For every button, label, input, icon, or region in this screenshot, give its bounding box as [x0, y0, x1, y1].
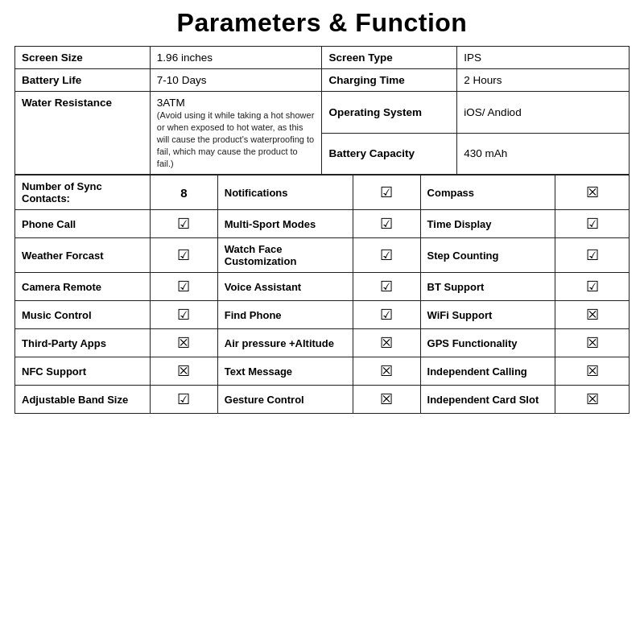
spec-row-battery: Battery Life 7-10 Days Charging Time 2 H…	[15, 69, 630, 92]
charging-time-label: Charging Time	[322, 69, 457, 92]
feature-col3-label: GPS Functionality	[420, 329, 555, 357]
feature-col3-check: ☒	[555, 357, 630, 386]
feature-row: Music Control☑Find Phone☑WiFi Support☒	[15, 301, 630, 329]
feature-col1-check: ☑	[150, 210, 217, 238]
feature-col1-label: Adjustable Band Size	[15, 386, 151, 414]
feature-col3-label: Time Display	[420, 210, 555, 238]
feature-col3-check: ☒	[555, 175, 630, 210]
feature-col1-check: ☑	[150, 386, 217, 414]
screen-size-value: 1.96 inches	[150, 47, 322, 69]
charging-time-value: 2 Hours	[457, 69, 630, 92]
feature-col3-check: ☑	[555, 273, 630, 301]
feature-col3-label: Independent Calling	[420, 357, 555, 386]
battery-life-label: Battery Life	[15, 69, 151, 92]
feature-col2-label: Multi-Sport Modes	[217, 210, 353, 238]
page-title: Parameters & Function	[14, 8, 630, 38]
feature-row: Third-Party Apps☒Air pressure +Altitude☒…	[15, 329, 630, 357]
feature-col2-check: ☒	[353, 357, 420, 386]
feature-col3-label: BT Support	[420, 273, 555, 301]
feature-col2-label: Find Phone	[217, 301, 353, 329]
os-value: iOS/ Andiod	[457, 92, 630, 134]
feature-col2-label: Notifications	[217, 175, 353, 210]
feature-col1-label: Third-Party Apps	[15, 329, 151, 357]
battery-capacity-label: Battery Capacity	[322, 133, 457, 175]
os-label: Operating System	[322, 92, 457, 134]
feature-col1-label: NFC Support	[15, 357, 151, 386]
feature-col2-check: ☑	[353, 175, 420, 210]
screen-type-label: Screen Type	[322, 47, 457, 69]
feature-row: Number of Sync Contacts:8Notifications☑C…	[15, 175, 630, 210]
features-table: Number of Sync Contacts:8Notifications☑C…	[14, 175, 630, 414]
feature-col3-check: ☒	[555, 386, 630, 414]
specs-table: Screen Size 1.96 inches Screen Type IPS …	[14, 46, 630, 175]
battery-life-value: 7-10 Days	[150, 69, 322, 92]
feature-row: Weather Forcast☑Watch Face Customization…	[15, 238, 630, 273]
feature-col1-check: ☒	[150, 357, 217, 386]
page: Parameters & Function Screen Size 1.96 i…	[0, 0, 644, 644]
feature-col2-check: ☑	[353, 210, 420, 238]
spec-row-water: Water Resistance 3ATM (Avoid using it wh…	[15, 92, 630, 134]
water-resistance-label: Water Resistance	[15, 92, 151, 175]
feature-col3-check: ☑	[555, 238, 630, 273]
feature-row: NFC Support☒Text Message☒Independent Cal…	[15, 357, 630, 386]
screen-size-label: Screen Size	[15, 47, 151, 69]
feature-col1-label: Camera Remote	[15, 273, 151, 301]
feature-col3-label: Independent Card Slot	[420, 386, 555, 414]
spec-row-screen: Screen Size 1.96 inches Screen Type IPS	[15, 47, 630, 69]
feature-col2-label: Text Message	[217, 357, 353, 386]
feature-row: Phone Call☑Multi-Sport Modes☑Time Displa…	[15, 210, 630, 238]
feature-col2-check: ☑	[353, 273, 420, 301]
feature-col3-check: ☒	[555, 329, 630, 357]
feature-col2-check: ☑	[353, 301, 420, 329]
feature-col1-check: 8	[150, 175, 217, 210]
feature-col1-check: ☑	[150, 273, 217, 301]
feature-col1-check: ☑	[150, 301, 217, 329]
water-resistance-value: 3ATM (Avoid using it while taking a hot …	[150, 92, 322, 175]
feature-col1-check: ☒	[150, 329, 217, 357]
feature-col2-check: ☒	[353, 386, 420, 414]
feature-row: Adjustable Band Size☑Gesture Control☒Ind…	[15, 386, 630, 414]
feature-col2-check: ☒	[353, 329, 420, 357]
screen-type-value: IPS	[457, 47, 630, 69]
feature-col1-label: Phone Call	[15, 210, 151, 238]
feature-col1-label: Number of Sync Contacts:	[15, 175, 151, 210]
feature-col3-label: WiFi Support	[420, 301, 555, 329]
feature-row: Camera Remote☑Voice Assistant☑BT Support…	[15, 273, 630, 301]
feature-col1-check: ☑	[150, 238, 217, 273]
battery-capacity-value: 430 mAh	[457, 133, 630, 175]
feature-col1-label: Weather Forcast	[15, 238, 151, 273]
feature-col2-label: Watch Face Customization	[217, 238, 353, 273]
feature-col1-label: Music Control	[15, 301, 151, 329]
feature-col2-label: Air pressure +Altitude	[217, 329, 353, 357]
feature-col3-label: Compass	[420, 175, 555, 210]
feature-col3-label: Step Counting	[420, 238, 555, 273]
feature-col3-check: ☑	[555, 210, 630, 238]
feature-col3-check: ☒	[555, 301, 630, 329]
feature-col2-label: Gesture Control	[217, 386, 353, 414]
feature-col2-label: Voice Assistant	[217, 273, 353, 301]
feature-col2-check: ☑	[353, 238, 420, 273]
